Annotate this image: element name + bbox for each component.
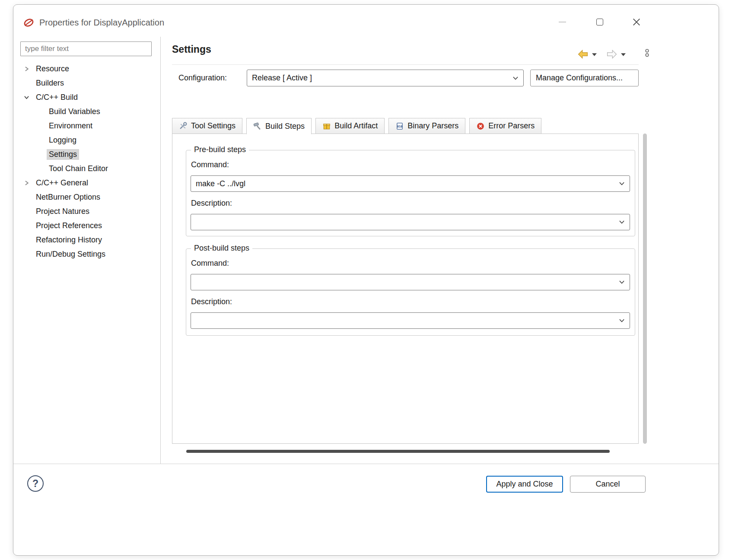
back-button[interactable] [577, 50, 589, 59]
pre-build-steps-group: Pre-build steps Command: make -C ../lvgl… [186, 150, 635, 236]
close-button[interactable] [627, 13, 646, 31]
post-build-steps-group: Post-build steps Command: Description: [186, 248, 635, 336]
hammer-icon [253, 122, 261, 130]
horizontal-scrollbar-thumb[interactable] [186, 450, 610, 453]
description-label: Description: [191, 297, 232, 306]
prebuild-command-combo[interactable]: make -C ../lvgl [191, 175, 630, 192]
sidebar-item-builders[interactable]: Builders [13, 76, 159, 90]
sidebar-item-tool-chain-editor[interactable]: Tool Chain Editor [13, 162, 159, 176]
chevron-down-icon [512, 76, 519, 80]
binary-file-icon: 010 [395, 122, 404, 130]
page-title: Settings [172, 44, 211, 55]
sidebar-item-build-variables[interactable]: Build Variables [13, 105, 159, 119]
build-steps-panel: Pre-build steps Command: make -C ../lvgl… [172, 134, 639, 444]
description-label: Description: [191, 199, 232, 208]
view-menu-icon[interactable] [645, 48, 649, 60]
manage-configurations-button[interactable]: Manage Configurations... [530, 70, 639, 86]
sidebar-item-project-natures[interactable]: Project Natures [13, 204, 159, 219]
help-button[interactable]: ? [27, 475, 44, 492]
titlebar: Properties for DisplayApplication [13, 5, 719, 37]
minimize-button[interactable] [553, 13, 572, 31]
tab-build-artifact[interactable]: Build Artifact [315, 118, 385, 134]
chevron-down-icon [619, 280, 625, 284]
properties-dialog: Properties for DisplayApplication Resour… [13, 4, 719, 556]
sidebar-item-ccpp-general[interactable]: C/C++ General [13, 176, 159, 190]
group-legend: Post-build steps [191, 244, 252, 253]
cancel-button[interactable]: Cancel [570, 476, 646, 493]
apply-and-close-button[interactable]: Apply and Close [486, 476, 563, 493]
sidebar-item-run-debug-settings[interactable]: Run/Debug Settings [13, 247, 159, 261]
sidebar-item-logging[interactable]: Logging [13, 133, 159, 147]
group-legend: Pre-build steps [191, 145, 249, 154]
configuration-label: Configuration: [178, 70, 227, 86]
prebuild-description-combo[interactable] [191, 214, 630, 230]
footer-separator [13, 464, 719, 464]
chevron-down-icon[interactable] [24, 95, 36, 100]
tab-binary-parsers[interactable]: 010 Binary Parsers [388, 118, 465, 134]
configuration-combo[interactable]: Release [ Active ] [247, 70, 524, 86]
sidebar-item-refactoring-history[interactable]: Refactoring History [13, 233, 159, 247]
sidebar-item-ccpp-build[interactable]: C/C++ Build [13, 90, 159, 105]
chevron-down-icon [619, 319, 625, 323]
sidebar-item-project-references[interactable]: Project References [13, 219, 159, 233]
vertical-scrollbar[interactable] [643, 134, 647, 444]
tab-error-parsers[interactable]: Error Parsers [469, 118, 541, 134]
chevron-down-icon [619, 220, 625, 224]
tab-tool-settings[interactable]: Tool Settings [172, 118, 242, 134]
package-icon [322, 122, 331, 130]
properties-tree: Resource Builders C/C++ Build Build Vari… [13, 62, 159, 261]
error-icon [476, 122, 484, 130]
forward-button[interactable] [606, 50, 617, 59]
postbuild-command-combo[interactable] [191, 274, 630, 290]
main-panel: Settings [161, 37, 719, 464]
chevron-right-icon[interactable] [24, 66, 36, 72]
command-label: Command: [191, 160, 229, 169]
sidebar-item-environment[interactable]: Environment [13, 119, 159, 133]
sidebar-item-settings[interactable]: Settings [13, 147, 159, 162]
maximize-button[interactable] [590, 13, 609, 31]
window-title: Properties for DisplayApplication [39, 18, 164, 28]
sidebar-item-resource[interactable]: Resource [13, 62, 159, 76]
postbuild-description-combo[interactable] [191, 312, 630, 329]
back-dropdown-icon[interactable] [592, 50, 597, 58]
history-navigation [577, 48, 649, 60]
command-label: Command: [191, 259, 229, 268]
filter-input[interactable] [20, 41, 152, 56]
forward-dropdown-icon[interactable] [621, 50, 626, 58]
vertical-scrollbar-thumb[interactable] [643, 134, 647, 444]
tab-build-steps[interactable]: Build Steps [246, 118, 312, 134]
settings-tabs: Tool Settings Build Steps [172, 118, 545, 134]
sidebar-item-netburner-options[interactable]: NetBurner Options [13, 190, 159, 204]
svg-text:010: 010 [397, 125, 402, 128]
chevron-right-icon[interactable] [24, 180, 36, 186]
header-separator [172, 64, 639, 65]
tools-icon [179, 122, 187, 130]
app-logo-icon [23, 17, 35, 29]
chevron-down-icon [619, 182, 625, 186]
